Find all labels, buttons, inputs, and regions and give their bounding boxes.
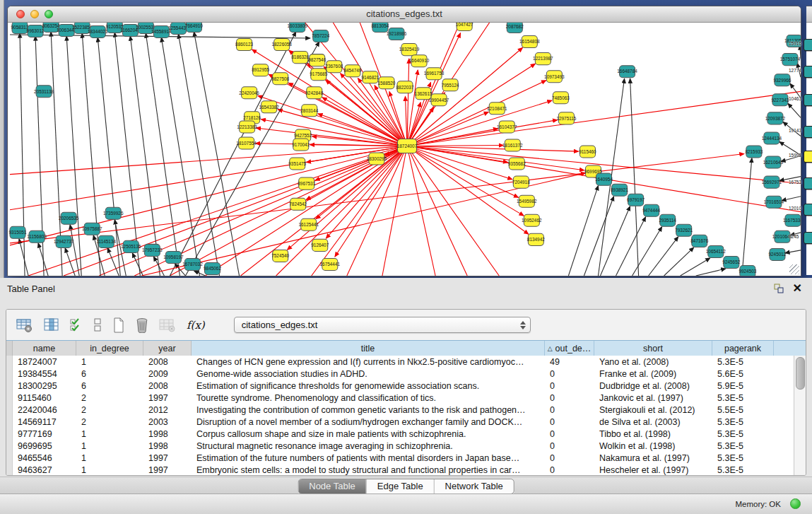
network-node[interactable]: 8822037 [396, 81, 414, 93]
network-node[interactable]: 18226058 [271, 39, 292, 51]
network-node[interactable]: 7824542 [289, 198, 307, 210]
network-node[interactable]: 7857224 [312, 30, 329, 42]
network-node[interactable]: 12108471 [487, 103, 507, 115]
network-node[interactable]: 16210643 [763, 156, 784, 168]
network-node[interactable]: 7485063 [552, 92, 570, 104]
tab-node-table[interactable]: Node Table [298, 479, 367, 493]
column-header-pagerank[interactable]: pagerank [712, 341, 774, 356]
column-header-out_de[interactable]: △out_de… [545, 341, 594, 356]
minimize-window-icon[interactable] [30, 10, 39, 18]
network-node[interactable]: 9329966 [773, 74, 791, 86]
network-node[interactable]: 16125441 [299, 218, 319, 230]
network-node[interactable]: 8454749 [343, 65, 361, 77]
delete-table-button[interactable] [136, 317, 148, 333]
network-node[interactable]: 18107554 [236, 137, 257, 149]
network-node[interactable]: 16104377 [497, 121, 517, 133]
network-node[interactable]: 9227343 [771, 94, 789, 106]
network-node[interactable]: 8186328 [291, 52, 309, 64]
network-node[interactable]: 1588520 [377, 77, 395, 89]
network-node[interactable]: 9845062 [204, 262, 221, 274]
tab-network-table[interactable]: Network Table [435, 479, 514, 493]
network-node[interactable]: 9351475 [288, 158, 306, 170]
network-node[interactable]: 12213383 [237, 121, 257, 133]
network-node[interactable]: 8215933 [745, 146, 763, 158]
column-header-in_degree[interactable]: in_degree [76, 341, 143, 356]
table-settings-button[interactable] [16, 317, 33, 333]
network-node[interactable]: 7524540 [271, 250, 289, 262]
float-panel-icon[interactable] [774, 284, 784, 293]
network-node[interactable]: 18344021 [88, 26, 108, 38]
new-document-button[interactable] [112, 317, 125, 333]
table-select-dropdown[interactable]: citations_edges.txt [234, 317, 531, 333]
network-window[interactable]: citations_edges.txt 88601238912955182260… [7, 6, 801, 276]
network-node[interactable]: 1640954 [595, 173, 613, 185]
network-node[interactable]: 15495982 [517, 195, 537, 207]
network-node[interactable]: 2087682 [506, 23, 524, 33]
network-node[interactable]: 10952462 [522, 214, 542, 226]
network-node[interactable]: 16154808 [519, 36, 540, 48]
network-node[interactable]: 12213987 [533, 53, 553, 65]
network-node[interactable]: 22420046 [239, 87, 259, 99]
network-node[interactable]: 11156803 [27, 230, 47, 243]
network-node[interactable]: 10975887 [82, 223, 102, 235]
network-node[interactable]: 15692971 [762, 176, 782, 188]
table-row[interactable]: 911546021997Tourette syndrome. Phenomeno… [13, 392, 794, 404]
network-node[interactable]: 9827508 [271, 73, 289, 85]
table-row[interactable]: 946362711997Embryonic stem cells: a mode… [13, 464, 794, 476]
table-row[interactable]: 1830029562008Estimation of significance … [13, 380, 794, 392]
network-node[interactable]: 2935114 [659, 214, 676, 226]
network-node[interactable]: 17957233 [142, 244, 163, 256]
close-window-icon[interactable] [16, 10, 25, 18]
network-node[interactable]: 6979197 [627, 194, 645, 206]
network-node[interactable]: 9315051 [9, 226, 27, 238]
network-node[interactable]: 9242848 [305, 87, 323, 99]
network-node[interactable]: 9474444 [642, 204, 660, 216]
network-node[interactable]: 17016514 [764, 196, 784, 208]
function-builder-button[interactable]: f(x) [187, 319, 205, 332]
zoom-window-icon[interactable] [45, 10, 53, 18]
table-row[interactable]: 1872400712008Changes of HCN gene express… [13, 356, 794, 368]
network-node[interactable]: 18300295 [367, 153, 387, 165]
table-row[interactable]: 2242004622012Investigating the contribut… [13, 404, 794, 416]
table-row[interactable]: 969969511998Structural magnetic resonanc… [13, 440, 794, 452]
table-row[interactable]: 1938455462009Genome-wide association stu… [13, 368, 794, 380]
network-node[interactable]: 10958197 [163, 251, 184, 263]
network-node[interactable]: 16648784 [617, 66, 637, 78]
scrollbar-thumb[interactable] [796, 357, 805, 390]
network-node[interactable]: 12975115 [556, 112, 576, 124]
network-node[interactable]: 11145134 [96, 235, 116, 247]
network-node[interactable]: 16787032 [182, 258, 203, 270]
network-node[interactable]: 16754441 [320, 258, 341, 270]
network-node[interactable]: 19218986 [387, 28, 407, 40]
network-node[interactable]: 18325419 [399, 44, 420, 56]
network-node[interactable]: 8471676 [690, 235, 708, 247]
network-node[interactable]: 16961758 [424, 68, 445, 80]
network-node[interactable]: 7204918 [512, 176, 530, 188]
network-node[interactable]: 16033809 [287, 23, 307, 33]
network-node[interactable]: 8967531 [298, 177, 315, 189]
column-header-name[interactable]: name [13, 341, 76, 356]
validate-rows-button[interactable] [70, 317, 83, 333]
network-node[interactable]: 9146821 [361, 71, 379, 83]
network-node[interactable]: 7932621 [675, 224, 693, 236]
network-node[interactable]: 12505135 [121, 240, 141, 252]
network-node[interactable]: 9245012 [768, 248, 786, 260]
network-node[interactable]: 9115460 [579, 146, 596, 158]
network-node[interactable]: 17359926 [103, 207, 124, 219]
network-node[interactable]: 8134942 [527, 233, 545, 245]
network-node[interactable]: 11675334 [783, 214, 801, 226]
network-hub-node[interactable]: 18724007 [397, 139, 418, 153]
row-boxes-button[interactable] [93, 317, 102, 333]
network-node[interactable]: 9827546 [308, 54, 326, 66]
network-node[interactable]: 15751074 [780, 54, 801, 66]
select-columns-button[interactable] [44, 317, 59, 333]
table-row[interactable]: 946554611997Estimation of the future num… [13, 452, 794, 464]
network-node[interactable]: 9175685 [310, 69, 327, 81]
network-window-titlebar[interactable]: citations_edges.txt [8, 6, 801, 23]
network-node[interactable]: 12444134 [762, 132, 782, 144]
network-node[interactable]: 8938921 [611, 184, 628, 196]
table-row[interactable]: 977716911998Corpus callosum shape and si… [13, 428, 794, 440]
network-node[interactable]: 16640910 [409, 55, 430, 67]
table-row[interactable]: 1456911722003Disruption of a novel membe… [13, 416, 794, 428]
network-node[interactable]: 2803144 [300, 105, 318, 117]
